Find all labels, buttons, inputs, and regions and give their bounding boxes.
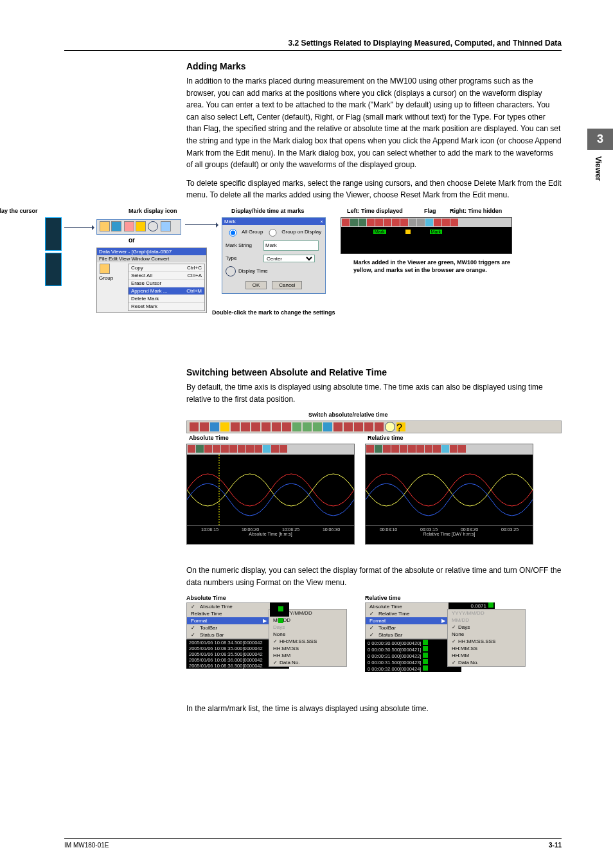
- dialog-title: Mark: [224, 219, 236, 224]
- mark-display-icon[interactable]: [148, 221, 158, 231]
- fmt-hhmm[interactable]: HH:MM: [448, 652, 525, 659]
- para-adding-marks-2: To delete specific displayed marks, sele…: [186, 177, 562, 201]
- mark-flag[interactable]: [405, 230, 411, 234]
- radio-all-group-label: All Group: [242, 229, 263, 235]
- tick: 00:03:25: [501, 527, 519, 532]
- fmt-datano[interactable]: Data No.: [269, 659, 346, 666]
- side-tab: 3 Viewer: [587, 129, 613, 181]
- fmt-hhmmss[interactable]: HH:MM:SS: [269, 645, 346, 652]
- label-switch-abs-rel: Switch absolute/relative time: [308, 411, 388, 418]
- menu-abs-time[interactable]: Absolute Time: [366, 603, 449, 610]
- fmt-none[interactable]: None: [269, 631, 346, 638]
- para-numeric-display: On the numeric display, you can select t…: [186, 565, 562, 588]
- heading-switch-time: Switching between Absolute and Relative …: [186, 367, 562, 377]
- chapter-label: Viewer: [587, 156, 603, 181]
- x-axis-label: Absolute Time [h:m:s]: [187, 532, 354, 536]
- waveform-marks-preview: Mark Mark: [341, 217, 512, 254]
- menu-rel-time[interactable]: Relative Time: [187, 610, 271, 617]
- main-toolbar: ?: [186, 420, 562, 433]
- ok-button[interactable]: OK: [245, 281, 267, 289]
- radio-group-display[interactable]: [269, 229, 277, 237]
- label-or: or: [129, 237, 135, 244]
- menu-statusbar[interactable]: Status Bar: [187, 631, 271, 638]
- page-footer: IM MW180-01E 3-11: [64, 838, 562, 849]
- fmt-days[interactable]: Days: [448, 624, 525, 631]
- waveform-thumb-1: [45, 217, 62, 251]
- figure-marks: Display the cursor Mark display icon Dis…: [19, 208, 562, 356]
- para-alarm-list: In the alarm/mark list, the time is alwa…: [186, 703, 562, 715]
- arrow-icon: [185, 224, 217, 225]
- figure-format-menus: Absolute Time Absolute Time Relative Tim…: [186, 595, 562, 691]
- fmt-mmdd: MM/DD: [448, 617, 525, 624]
- tick: 10:06:30: [323, 527, 340, 532]
- waveform-thumb-2: [45, 253, 62, 286]
- chapter-badge: 3: [587, 129, 613, 150]
- menu-toolbar[interactable]: ToolBar: [366, 624, 449, 631]
- menu-reset-mark[interactable]: Reset Mark: [129, 303, 204, 311]
- section-header: 3.2 Settings Related to Displaying Measu…: [64, 39, 562, 51]
- fmt-yyyymmdd: YYYY/MM/DD: [448, 610, 525, 617]
- mark-green[interactable]: Mark: [430, 230, 443, 234]
- menu-copy[interactable]: CopyCtrl+C: [129, 264, 204, 272]
- waveform-relative: 00:03:10 00:03:15 00:03:20 00:03:25 Rela…: [365, 444, 533, 545]
- menu-append-mark[interactable]: Append Mark ...Ctrl+M: [129, 287, 204, 295]
- menu-delete-mark[interactable]: Delete Mark: [129, 295, 204, 303]
- label-abs-time: Absolute Time: [189, 435, 229, 441]
- caption-double-click: Double-click the mark to change the sett…: [212, 309, 335, 316]
- toolbar-window: [96, 219, 181, 235]
- radio-group-display-label: Group on Display: [281, 229, 321, 235]
- group-label: Group: [97, 262, 127, 312]
- label-rel-time: Relative time: [368, 435, 404, 441]
- fmt-hhmmss[interactable]: HH:MM:SS: [448, 645, 525, 652]
- fmt-hhmmsssss[interactable]: HH:MM:SS.SSS: [269, 638, 346, 645]
- window-title: Data Viewer - [Graph[data-0507: [97, 248, 206, 255]
- tick: 00:03:15: [420, 527, 438, 532]
- label-abs-time-2: Absolute Time: [186, 595, 353, 601]
- close-icon[interactable]: ×: [320, 219, 323, 224]
- value: 0.0871: [471, 603, 486, 609]
- radio-all-group[interactable]: [229, 229, 237, 237]
- menu-format[interactable]: Format▶: [366, 617, 449, 624]
- fmt-none[interactable]: None: [448, 631, 525, 638]
- mark-green[interactable]: Mark: [373, 230, 386, 234]
- waveform-absolute: 10:06:15 10:06:20 10:06:25 10:06:30 Abso…: [186, 444, 355, 545]
- caption-mark-colors: Marks added in the Viewer are green, MW1…: [353, 259, 514, 274]
- tick: 10:06:25: [282, 527, 299, 532]
- wave-svg-abs: [187, 455, 354, 525]
- switch-time-icon[interactable]: [385, 422, 395, 432]
- menu-abs-time[interactable]: Absolute Time: [187, 603, 271, 610]
- footer-left: IM MW180-01E: [64, 842, 109, 849]
- label-flag: Flag: [424, 208, 436, 214]
- menu-format[interactable]: Format▶: [187, 617, 271, 624]
- label-rel-time-2: Relative time: [365, 595, 532, 601]
- figure-time-switch: Switch absolute/relative time ? Absolute…: [186, 411, 562, 553]
- menu-erase-cursor[interactable]: Erase Cursor: [129, 280, 204, 287]
- label-display-cursor: Display the cursor: [0, 208, 38, 214]
- menu-rel-time[interactable]: Relative Time: [366, 610, 449, 617]
- input-mark-string[interactable]: [263, 240, 319, 251]
- heading-adding-marks: Adding Marks: [186, 61, 562, 71]
- footer-page: 3-11: [549, 842, 562, 849]
- label-show-hide-time: Display/hide time at marks: [231, 208, 305, 214]
- fmt-hhmm[interactable]: HH:MM: [269, 652, 346, 659]
- label-left-time: Left: Time displayed: [347, 208, 403, 214]
- menu-select-all[interactable]: Select AllCtrl+A: [129, 272, 204, 280]
- para-switch-time: By default, the time axis is displayed u…: [186, 381, 562, 405]
- tick: 00:03:20: [461, 527, 478, 532]
- tick: 00:03:10: [380, 527, 397, 532]
- tick: 10:06:20: [242, 527, 259, 532]
- menubar[interactable]: File Edit View Window Convert: [97, 255, 206, 262]
- label-type: Type: [226, 255, 261, 261]
- checkbox-display-time[interactable]: [226, 266, 236, 276]
- label-right-time: Right: Time hidden: [450, 208, 502, 214]
- fmt-hhmmsssss[interactable]: HH:MM:SS.SSS: [448, 638, 525, 645]
- edit-menu-window: Data Viewer - [Graph[data-0507 File Edit…: [96, 248, 207, 313]
- cancel-button[interactable]: Cancel: [272, 281, 302, 289]
- fmt-datano[interactable]: Data No.: [448, 659, 525, 666]
- menu-toolbar[interactable]: ToolBar: [187, 624, 271, 631]
- x-axis-label: Relative Time [DAY h:m:s]: [366, 532, 533, 536]
- menu-statusbar[interactable]: Status Bar: [366, 631, 449, 638]
- select-type[interactable]: Center: [263, 255, 315, 262]
- para-adding-marks-1: In addition to the marks placed during m…: [186, 75, 562, 171]
- label-display-time: Display Time: [238, 268, 268, 274]
